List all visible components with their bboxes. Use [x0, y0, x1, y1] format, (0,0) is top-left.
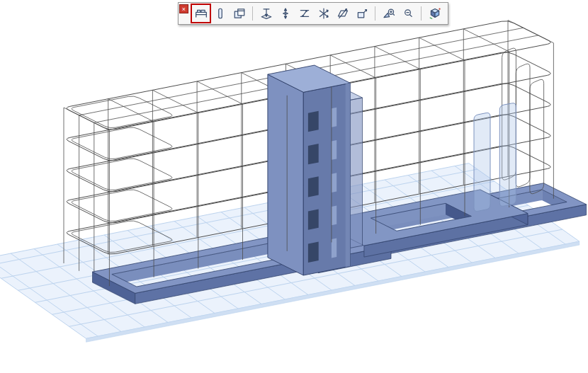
- marquee-frame-tool-icon[interactable]: [192, 5, 210, 22]
- toolbar-separator: [375, 6, 375, 21]
- skew-element-icon[interactable]: [334, 5, 351, 22]
- vertical-element-tool-icon[interactable]: [211, 5, 229, 22]
- free-rotate-icon[interactable]: [315, 5, 332, 22]
- axonometry-view-icon[interactable]: [426, 5, 443, 22]
- toolbar-separator: [252, 6, 253, 21]
- zoom-in-icon[interactable]: [380, 5, 397, 22]
- building-model-svg: [0, 0, 588, 373]
- zoom-out-icon[interactable]: [399, 5, 417, 22]
- elevate-element-icon[interactable]: [276, 5, 294, 22]
- close-button[interactable]: ×: [179, 4, 188, 13]
- viewport-3d[interactable]: [0, 0, 588, 373]
- app-window: { "toolbar": { "close_glyph": "×", "icon…: [0, 0, 588, 373]
- offset-element-icon[interactable]: [353, 5, 371, 22]
- floating-edit-toolbar: ×: [178, 2, 448, 25]
- drag-element-icon[interactable]: [257, 5, 275, 22]
- stretch-element-icon[interactable]: [295, 5, 313, 22]
- duplicate-element-icon[interactable]: [230, 5, 248, 22]
- toolbar-separator: [421, 6, 422, 21]
